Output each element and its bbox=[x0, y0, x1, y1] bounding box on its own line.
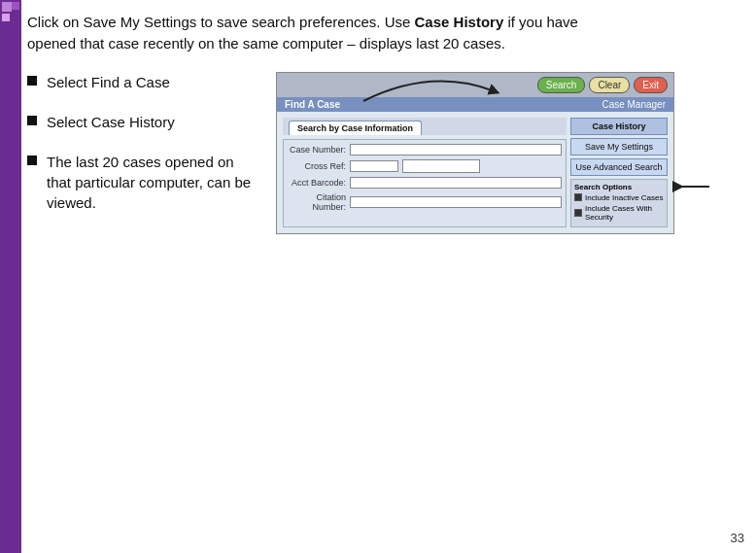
screenshot-panel: Search Clear Exit Find A Case Case Manag… bbox=[276, 72, 684, 234]
search-options-title: Search Options bbox=[574, 183, 664, 191]
bullet-list: Select Find a Case Select Case History T… bbox=[27, 72, 260, 232]
option-security-cases: Include Cases With Security bbox=[574, 204, 664, 222]
arrow-case-history bbox=[354, 62, 509, 111]
list-item: Select Find a Case bbox=[27, 72, 260, 92]
checkbox-security-cases[interactable] bbox=[574, 209, 582, 217]
form-row-acct-barcode: Acct Barcode: bbox=[288, 177, 562, 189]
save-my-settings-button[interactable]: Save My Settings bbox=[570, 138, 668, 156]
ui-title-left: Find A Case bbox=[285, 99, 340, 110]
form-row-citation-number: Citation Number: bbox=[288, 192, 562, 212]
clear-button[interactable]: Clear bbox=[589, 77, 630, 93]
label-acct-barcode: Acct Barcode: bbox=[288, 178, 346, 188]
case-history-button[interactable]: Case History bbox=[570, 118, 668, 135]
page-number: 33 bbox=[731, 531, 744, 545]
ui-body: Search by Case Information Case Number: … bbox=[277, 112, 673, 233]
ui-title-right: Case Manager bbox=[601, 99, 666, 110]
ui-form: Case Number: Cross Ref: Acct Barcode: bbox=[283, 139, 567, 227]
form-row-case-number: Case Number: bbox=[288, 144, 562, 156]
bullet-text-3: The last 20 cases opened on that particu… bbox=[47, 152, 260, 213]
exit-button[interactable]: Exit bbox=[634, 77, 668, 93]
bullet-text-2: Select Case History bbox=[47, 112, 260, 132]
search-button[interactable]: Search bbox=[537, 77, 586, 93]
label-cross-ref: Cross Ref: bbox=[288, 161, 346, 171]
input-case-number[interactable] bbox=[350, 144, 562, 156]
sq1 bbox=[2, 2, 12, 12]
label-security-cases: Include Cases With Security bbox=[585, 204, 664, 222]
arrow-save-settings bbox=[672, 177, 711, 196]
ui-sidebar: Case History Save My Settings Use Advanc… bbox=[570, 118, 668, 227]
main-body: Select Find a Case Select Case History T… bbox=[27, 72, 748, 234]
option-inactive-cases: Include Inactive Cases bbox=[574, 193, 664, 202]
sq2 bbox=[12, 2, 19, 10]
intro-text-1: Click on Save My Settings to save search… bbox=[27, 14, 415, 30]
search-options: Search Options Include Inactive Cases In… bbox=[570, 179, 668, 227]
left-accent-bar bbox=[0, 0, 21, 553]
input-cross-ref[interactable] bbox=[350, 160, 398, 172]
accent-squares bbox=[0, 0, 21, 58]
checkbox-inactive-cases[interactable] bbox=[574, 193, 582, 201]
main-content: Click on Save My Settings to save search… bbox=[27, 12, 748, 545]
bullet-icon-2 bbox=[27, 116, 37, 125]
label-citation-number: Citation Number: bbox=[288, 192, 346, 212]
ui-tabrow: Search by Case Information bbox=[283, 118, 567, 135]
sq3 bbox=[2, 14, 10, 21]
bullet-icon-1 bbox=[27, 76, 37, 86]
input-citation-number[interactable] bbox=[350, 196, 562, 208]
label-inactive-cases: Include Inactive Cases bbox=[585, 193, 664, 202]
tab-search-by-case-info[interactable]: Search by Case Information bbox=[289, 121, 422, 135]
list-item: The last 20 cases opened on that particu… bbox=[27, 152, 260, 213]
select-cross-ref[interactable] bbox=[402, 159, 480, 173]
intro-paragraph: Click on Save My Settings to save search… bbox=[27, 12, 630, 54]
intro-bold: Case History bbox=[415, 14, 504, 30]
use-advanced-search-button[interactable]: Use Advanced Search bbox=[570, 158, 668, 176]
list-item: Select Case History bbox=[27, 112, 260, 132]
bullet-text-1: Select Find a Case bbox=[47, 72, 260, 92]
input-acct-barcode[interactable] bbox=[350, 177, 562, 189]
label-case-number: Case Number: bbox=[288, 145, 346, 155]
form-row-cross-ref: Cross Ref: bbox=[288, 159, 562, 173]
bullet-icon-3 bbox=[27, 156, 37, 165]
